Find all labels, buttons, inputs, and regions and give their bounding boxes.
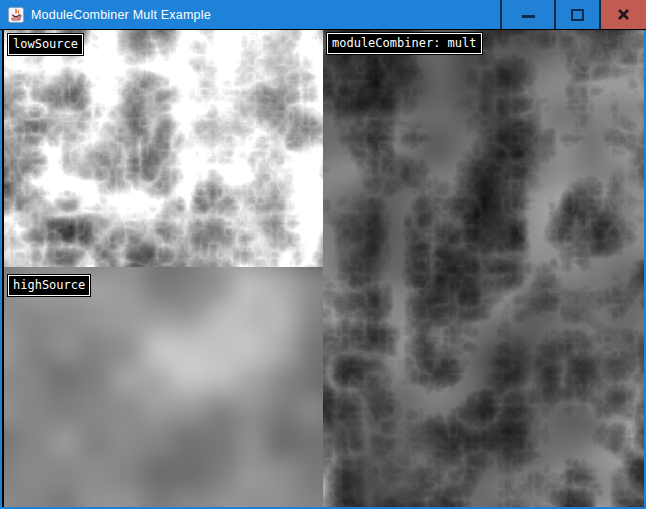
window-controls (500, 0, 646, 29)
window-title: ModuleCombiner Mult Example (31, 8, 211, 22)
mult-result-label: moduleCombiner: mult (327, 33, 482, 54)
close-icon (617, 8, 630, 21)
high-source-label: highSource (8, 275, 90, 296)
app-window: ModuleCombiner Mult Example lowSource (0, 0, 646, 509)
high-source-image (4, 267, 323, 507)
maximize-button[interactable] (556, 0, 599, 29)
java-icon[interactable] (8, 7, 24, 23)
mult-result-image (323, 30, 644, 507)
render-area: lowSource moduleCombiner: mult highSourc… (2, 30, 644, 507)
low-source-label: lowSource (8, 34, 83, 55)
minimize-button[interactable] (502, 0, 554, 29)
minimize-icon (522, 15, 535, 18)
titlebar[interactable]: ModuleCombiner Mult Example (0, 0, 646, 30)
close-button[interactable] (601, 0, 646, 29)
low-source-image (4, 30, 323, 267)
maximize-icon (571, 9, 584, 21)
